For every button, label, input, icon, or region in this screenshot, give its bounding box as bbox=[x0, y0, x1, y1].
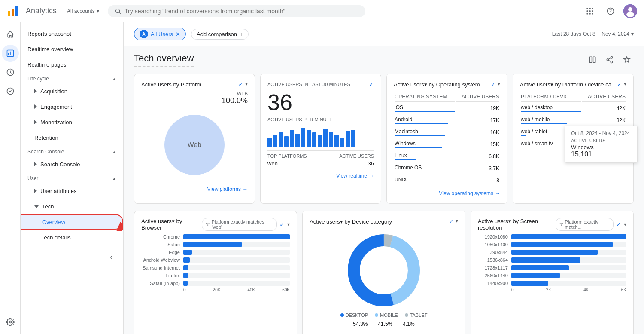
browser-bar-row: Firefox bbox=[141, 273, 290, 278]
nav-acquisition[interactable]: Acquisition bbox=[21, 83, 123, 99]
icon-sidebar bbox=[0, 22, 21, 334]
sidebar-icon-home[interactable] bbox=[2, 26, 19, 43]
view-realtime-link[interactable]: View realtime → bbox=[267, 173, 374, 179]
svg-point-31 bbox=[611, 61, 613, 63]
nav-engagement[interactable]: Engagement bbox=[21, 99, 123, 114]
realtime-bars-chart bbox=[267, 126, 374, 147]
search-console-chevron: ▲ bbox=[112, 150, 116, 154]
browser-bar-row: Safari bbox=[141, 242, 290, 247]
add-comparison-chip[interactable]: Add comparison + bbox=[191, 29, 249, 40]
realtime-card: ACTIVE USERS IN LAST 30 MINUTES ✓ 36 ACT… bbox=[260, 74, 381, 204]
browser-x-axis: 020K40K60K bbox=[183, 288, 290, 292]
realtime-bar bbox=[323, 129, 328, 147]
svg-line-33 bbox=[608, 58, 611, 59]
avatar[interactable] bbox=[623, 4, 637, 18]
top-cards-grid: Active users by Platform ✓ ▾ WEB 100.0% … bbox=[124, 70, 644, 211]
chevron-right-icon bbox=[34, 162, 37, 166]
os-table-row: iOS19K bbox=[395, 103, 499, 114]
pd-dropdown[interactable]: ▾ bbox=[624, 81, 626, 88]
platform-dropdown[interactable]: ▾ bbox=[245, 81, 248, 88]
sidebar-icon-settings[interactable] bbox=[2, 313, 19, 331]
donut-legend: DESKTOP MOBILE TABLET bbox=[340, 313, 428, 318]
res-bars-chart: 1920x10801050x1400390x8441536x8641728x11… bbox=[478, 234, 626, 286]
browser-dropdown[interactable]: ▾ bbox=[287, 221, 290, 227]
sidebar-icon-reports[interactable] bbox=[2, 45, 19, 62]
device-dropdown[interactable]: ▾ bbox=[456, 218, 458, 225]
svg-rect-7 bbox=[592, 8, 593, 9]
legend-tablet: TABLET bbox=[405, 313, 428, 318]
svg-rect-10 bbox=[592, 10, 593, 12]
svg-point-25 bbox=[9, 321, 11, 323]
os-table-row: Linux6.8K bbox=[395, 151, 499, 162]
nav-realtime-overview[interactable]: Realtime overview bbox=[21, 41, 123, 57]
os-table-row: Android17K bbox=[395, 115, 499, 126]
os-dropdown[interactable]: ▾ bbox=[498, 81, 500, 88]
nav-section-lifecycle[interactable]: Life cycle ▲ bbox=[21, 72, 123, 83]
realtime-bar bbox=[273, 135, 277, 147]
filter-icon bbox=[559, 222, 563, 227]
os-check-icon: ✓ bbox=[491, 81, 496, 88]
nav-reports-snapshot[interactable]: Reports snapshot bbox=[21, 26, 123, 41]
platform-pie: Web bbox=[141, 107, 248, 183]
screen-res-card-title: Active users▾ by Screen resolution Platf… bbox=[478, 218, 626, 231]
nav-section-search-console[interactable]: Search Console ▲ bbox=[21, 145, 123, 156]
platform-device-card-title: Active users▾ by Platform / device ca...… bbox=[520, 81, 626, 88]
donut-chart bbox=[345, 232, 422, 309]
nav-search-console[interactable]: Search Console bbox=[21, 156, 123, 172]
share-button[interactable] bbox=[603, 53, 617, 67]
svg-rect-12 bbox=[589, 13, 590, 14]
topbar: Analytics All accounts ▾ ? bbox=[0, 0, 644, 22]
svg-marker-36 bbox=[206, 223, 209, 226]
nav-section-user[interactable]: User ▲ bbox=[21, 172, 123, 183]
all-users-chip[interactable]: A All Users ✕ bbox=[134, 28, 186, 40]
res-bar-row: 1440x900 bbox=[478, 281, 626, 286]
svg-rect-5 bbox=[587, 8, 588, 9]
screen-check-icon: ✓ bbox=[616, 221, 621, 228]
svg-marker-41 bbox=[560, 223, 563, 226]
nav-monetization[interactable]: Monetization bbox=[21, 114, 123, 130]
date-range-selector[interactable]: Last 28 days Oct 8 – Nov 4, 2024 ▾ bbox=[552, 31, 634, 37]
search-input[interactable] bbox=[125, 8, 358, 15]
os-card-title: Active users▾ by Operating system ✓ ▾ bbox=[394, 81, 500, 88]
svg-rect-9 bbox=[589, 10, 590, 12]
sidebar-icon-explore[interactable] bbox=[2, 64, 19, 81]
pd-table-row: web / mobile32K bbox=[521, 115, 626, 126]
collapse-icon[interactable]: ‹ bbox=[106, 252, 116, 262]
nav-retention[interactable]: Retention bbox=[21, 130, 123, 145]
realtime-bar bbox=[284, 136, 289, 147]
help-button[interactable]: ? bbox=[603, 3, 618, 19]
os-table-row: Macintosh16K bbox=[395, 127, 499, 138]
nav-realtime-pages[interactable]: Realtime pages bbox=[21, 57, 123, 72]
screen-filter-chip[interactable]: Platform exactly match... bbox=[556, 218, 614, 231]
screen-dropdown[interactable]: ▾ bbox=[624, 221, 626, 227]
svg-rect-6 bbox=[589, 8, 590, 9]
view-platforms-link[interactable]: View platforms → bbox=[141, 186, 248, 192]
nav-tech[interactable]: Tech bbox=[21, 199, 123, 214]
realtime-bar bbox=[346, 131, 350, 147]
realtime-count: 36 bbox=[267, 91, 374, 113]
browser-bars-chart: ChromeSafariEdgeAndroid WebviewSamsung I… bbox=[141, 234, 290, 286]
svg-text:Web: Web bbox=[188, 141, 202, 148]
legend-mobile: MOBILE bbox=[375, 313, 398, 318]
view-os-link[interactable]: View operating systems → bbox=[394, 190, 500, 196]
main-layout: Reports snapshot Realtime overview Realt… bbox=[0, 22, 644, 334]
sidebar-icon-advertising[interactable] bbox=[2, 83, 19, 100]
nav-tech-overview[interactable]: Overview bbox=[21, 214, 123, 230]
columns-button[interactable] bbox=[586, 53, 599, 67]
svg-line-4 bbox=[119, 12, 121, 14]
apps-button[interactable] bbox=[582, 3, 598, 19]
chevron-right-icon bbox=[34, 89, 37, 93]
device-pcts: 54.3% 41.5% 4.1% bbox=[353, 321, 414, 327]
search-bar[interactable] bbox=[108, 5, 365, 17]
nav-user-attributes[interactable]: User attributes bbox=[21, 183, 123, 199]
nav-tech-details[interactable]: Tech details bbox=[21, 230, 123, 245]
accounts-button[interactable]: All accounts ▾ bbox=[64, 6, 103, 16]
res-bar-row: 1920x1080 bbox=[478, 234, 626, 239]
magic-button[interactable] bbox=[620, 53, 634, 67]
svg-rect-0 bbox=[8, 11, 10, 16]
svg-point-30 bbox=[607, 59, 609, 61]
browser-filter-chip[interactable]: Platform exactly matches 'web' bbox=[202, 218, 277, 231]
sidebar-collapse[interactable]: ‹ bbox=[21, 245, 123, 269]
main-header: A All Users ✕ Add comparison + Last 28 d… bbox=[124, 22, 644, 46]
topbar-right: ? bbox=[582, 3, 637, 19]
